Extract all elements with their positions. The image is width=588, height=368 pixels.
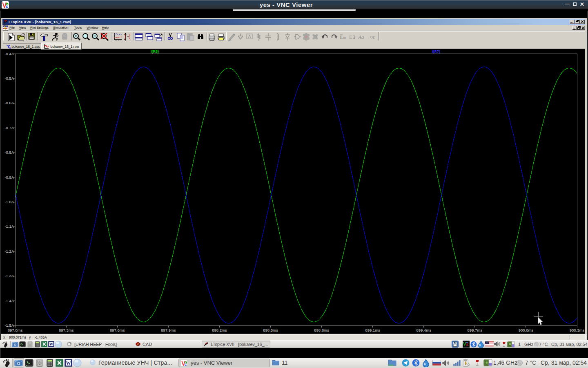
svg-text:E: E bbox=[340, 34, 343, 40]
svg-text:.op: .op bbox=[368, 35, 375, 40]
svg-text:∃: ∃ bbox=[352, 35, 355, 40]
svg-text:E: E bbox=[349, 34, 352, 40]
svg-text:A: A bbox=[248, 34, 251, 39]
svg-text:m: m bbox=[343, 35, 346, 40]
svg-text:Aa: Aa bbox=[358, 34, 364, 40]
